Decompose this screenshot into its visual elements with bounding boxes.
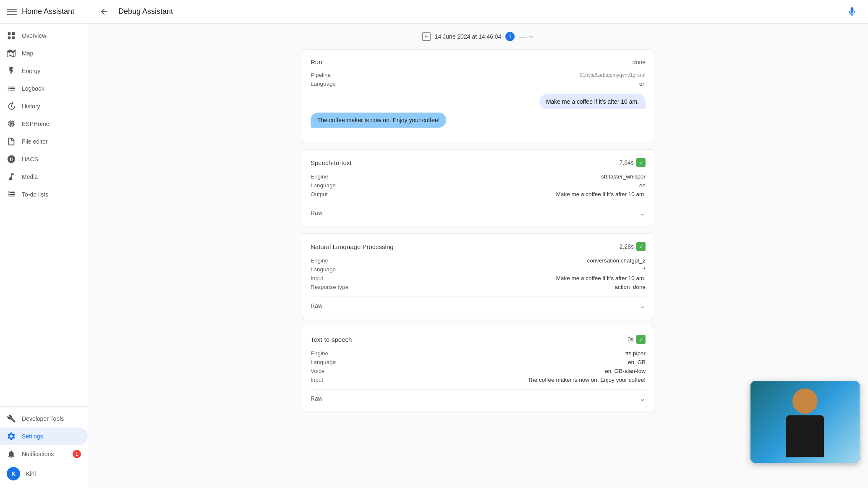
run-language-row: Language en — [311, 79, 646, 88]
sidebar-item-todo[interactable]: To-do lists — [0, 186, 88, 203]
sidebar-item-file-editor[interactable]: File editor — [0, 133, 88, 150]
nlp-chevron-icon: ⌄ — [639, 301, 646, 310]
back-button[interactable] — [97, 4, 112, 19]
tts-raw-label: Raw — [311, 395, 322, 402]
nlp-engine-label: Engine — [311, 257, 328, 264]
nlp-response-value: action_done — [614, 284, 646, 290]
user-message: Make me a coffee if it's after 10 am. — [539, 94, 646, 109]
nlp-engine-value: conversation.chatgpt_2 — [587, 257, 646, 264]
page-title: Debug Assistant — [118, 7, 838, 16]
tts-engine-row: Engine tts.piper — [311, 349, 646, 358]
nlp-language-label: Language — [311, 266, 336, 273]
run-pipeline-value: 01hyja6zebtqqmyqvnv1grxrpf — [580, 72, 646, 78]
sidebar-item-history-label: History — [22, 103, 40, 110]
sidebar-item-notifications-label: Notifications — [22, 451, 54, 457]
file-icon — [7, 137, 16, 146]
sidebar-item-developer-tools[interactable]: Developer Tools — [0, 410, 88, 428]
person-head — [792, 388, 818, 414]
timeline-info-button[interactable]: i — [505, 32, 515, 41]
mic-button[interactable] — [844, 4, 860, 19]
history-icon — [7, 102, 16, 111]
stt-output-row: Output Make me a coffee if it's after 10… — [311, 190, 646, 199]
tts-check-badge: ✓ — [636, 335, 646, 344]
stt-engine-label: Engine — [311, 173, 328, 180]
person-body — [786, 415, 824, 457]
tts-language-row: Language en_GB — [311, 358, 646, 367]
sidebar-item-file-editor-label: File editor — [22, 138, 47, 145]
stt-card-status: 7.64s ✓ — [620, 158, 646, 167]
svg-rect-3 — [12, 37, 15, 39]
stt-timing: 7.64s — [620, 159, 634, 166]
sidebar-item-todo-label: To-do lists — [22, 191, 48, 198]
sidebar-nav: Overview Map Energy Logbook — [0, 24, 88, 406]
tts-language-label: Language — [311, 359, 336, 365]
sidebar-item-user[interactable]: K Kiril — [0, 463, 88, 485]
run-pipeline-label: Pipeline — [311, 72, 331, 78]
video-thumbnail — [750, 381, 860, 463]
stt-language-value: en — [639, 182, 646, 189]
sidebar-item-overview-label: Overview — [22, 32, 46, 39]
avatar: K — [7, 467, 20, 480]
sidebar-item-esphome[interactable]: ESPHome — [0, 115, 88, 133]
timeline-date: 14 June 2024 at 14:46:04 — [435, 33, 502, 40]
tts-language-value: en_GB — [628, 359, 646, 365]
nlp-card-status: 2.28s ✓ — [620, 242, 646, 251]
nlp-response-row: Response type action_done — [311, 283, 646, 291]
menu-icon[interactable] — [7, 7, 17, 17]
nlp-raw-row[interactable]: Raw ⌄ — [311, 296, 646, 310]
timeline-arrow-right: —→ — [519, 32, 534, 41]
run-card-header: Run done — [311, 58, 646, 66]
cpu-icon — [7, 119, 16, 129]
settings-icon — [7, 432, 16, 441]
nlp-check-badge: ✓ — [636, 242, 646, 251]
sidebar-item-map[interactable]: Map — [0, 45, 88, 62]
tools-icon — [7, 414, 16, 423]
app-title: Home Assistant — [22, 7, 74, 16]
music-icon — [7, 172, 16, 181]
sidebar-item-overview[interactable]: Overview — [0, 27, 88, 45]
nlp-input-label: Input — [311, 275, 323, 281]
tts-card-title: Text-to-speech — [311, 336, 352, 343]
list-icon — [7, 84, 16, 93]
person-silhouette — [780, 388, 830, 456]
nlp-card-title: Natural Language Processing — [311, 243, 394, 250]
stt-card-title: Speech-to-text — [311, 159, 352, 166]
tts-input-label: Input — [311, 377, 323, 383]
sidebar-item-logbook[interactable]: Logbook — [0, 80, 88, 97]
svg-rect-1 — [12, 32, 15, 35]
nlp-input-value: Make me a coffee if it's after 10 am. — [556, 275, 646, 281]
sidebar-item-media[interactable]: Media — [0, 168, 88, 186]
sidebar-item-hacs[interactable]: HACS — [0, 150, 88, 168]
sidebar-item-energy[interactable]: Energy — [0, 62, 88, 80]
assistant-bubble: The coffee maker is now on. Enjoy your c… — [311, 113, 646, 128]
tts-raw-row[interactable]: Raw ⌄ — [311, 389, 646, 403]
stt-chevron-icon: ⌄ — [639, 208, 646, 218]
stt-raw-row[interactable]: Raw ⌄ — [311, 204, 646, 218]
run-pipeline-row: Pipeline 01hyja6zebtqqmyqvnv1grxrpf — [311, 71, 646, 79]
sidebar-bottom: Developer Tools Settings Notifications 1… — [0, 406, 88, 488]
sidebar-item-energy-label: Energy — [22, 68, 40, 74]
nlp-response-label: Response type — [311, 284, 348, 290]
grid-icon — [7, 31, 16, 40]
sidebar-item-logbook-label: Logbook — [22, 85, 44, 92]
user-bubble: Make me a coffee if it's after 10 am. — [311, 94, 646, 109]
run-language-label: Language — [311, 81, 336, 87]
nlp-language-value: * — [643, 266, 646, 273]
stt-check-badge: ✓ — [636, 158, 646, 167]
sidebar-item-media-label: Media — [22, 173, 38, 180]
stt-card: Speech-to-text 7.64s ✓ Engine stt.faster… — [302, 149, 654, 226]
notification-badge: 1 — [73, 450, 81, 458]
sidebar-item-history[interactable]: History — [0, 97, 88, 115]
bell-icon — [7, 449, 16, 459]
video-person — [750, 381, 860, 463]
tts-chevron-icon: ⌄ — [639, 394, 646, 403]
run-card-status: done — [633, 59, 646, 66]
stt-raw-label: Raw — [311, 210, 322, 216]
sidebar-item-hacs-label: HACS — [22, 156, 38, 163]
sidebar-item-settings[interactable]: Settings — [0, 428, 88, 445]
nlp-input-row: Input Make me a coffee if it's after 10 … — [311, 274, 646, 283]
stt-card-header: Speech-to-text 7.64s ✓ — [311, 158, 646, 167]
sidebar-item-developer-tools-label: Developer Tools — [22, 415, 64, 422]
sidebar-item-map-label: Map — [22, 50, 33, 57]
sidebar-item-notifications[interactable]: Notifications 1 — [0, 445, 88, 463]
